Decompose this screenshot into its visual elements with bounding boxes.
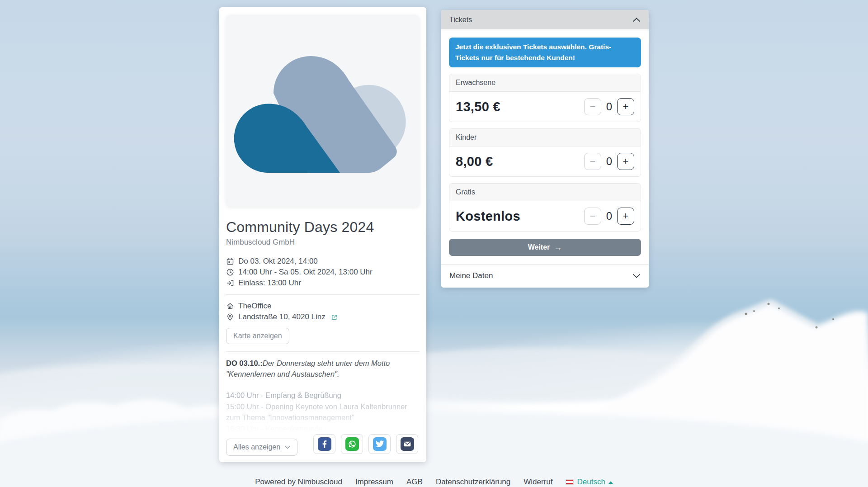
ticket-group-erwachsene: Erwachsene 13,50 € − 0 + [449, 74, 641, 122]
ticket-count: 0 [606, 155, 613, 168]
quantity-stepper: − 0 + [584, 153, 634, 170]
twitter-icon [373, 437, 387, 451]
ticket-count: 0 [606, 100, 613, 113]
arrow-right-icon: → [554, 243, 562, 252]
venue-name: TheOffice [238, 301, 271, 312]
ticket-group-kinder: Kinder 8,00 € − 0 + [449, 128, 641, 177]
footer: Powered by Nimbuscloud Impressum AGB Dat… [0, 478, 868, 487]
austria-flag-icon [566, 479, 574, 485]
venue-address-row: Landstraße 10, 4020 Linz [226, 312, 420, 322]
increase-button[interactable]: + [617, 153, 634, 170]
language-label: Deutsch [577, 478, 605, 487]
tickets-section-header[interactable]: Tickets [441, 10, 649, 29]
ticket-group-gratis: Gratis Kostenlos − 0 + [449, 183, 641, 232]
language-selector[interactable]: Deutsch [566, 478, 613, 487]
event-image [226, 15, 420, 207]
continue-button[interactable]: Weiter → [449, 239, 641, 256]
footer-link-agb[interactable]: AGB [406, 478, 423, 487]
event-admission: Einlass: 13:00 Uhr [238, 278, 301, 288]
share-email-button[interactable] [396, 434, 418, 454]
share-buttons [313, 434, 418, 454]
increase-button[interactable]: + [617, 208, 634, 225]
ticket-price: Kostenlos [456, 209, 520, 224]
event-admission-row: Einlass: 13:00 Uhr [226, 278, 420, 288]
event-card: Community Days 2024 Nimbuscloud GmbH Do … [219, 7, 426, 462]
show-all-label: Alles anzeigen [233, 443, 280, 451]
page-title: Community Days 2024 [226, 219, 420, 236]
ticket-category-label: Erwachsene [449, 74, 641, 92]
increase-button[interactable]: + [617, 98, 634, 115]
share-whatsapp-button[interactable] [341, 434, 363, 454]
schedule-line: 16:30 Uhr - Kennenlernrunde [226, 423, 420, 435]
chevron-down-icon [285, 445, 290, 449]
ticket-category-label: Gratis [449, 184, 641, 201]
event-date-row: Do 03. Okt 2024, 14:00 [226, 256, 420, 267]
event-time-range: 14:00 Uhr - Sa 05. Okt 2024, 13:00 Uhr [238, 267, 373, 278]
footer-link-datenschutz[interactable]: Datenschutzerklärung [436, 478, 510, 487]
continue-label: Weiter [528, 243, 550, 251]
event-details: Do 03. Okt 2024, 14:00 14:00 Uhr - Sa 05… [226, 256, 420, 288]
background-photo [0, 0, 868, 487]
divider [226, 351, 420, 352]
caret-up-icon [609, 481, 613, 484]
share-twitter-button[interactable] [368, 434, 391, 454]
footer-link-impressum[interactable]: Impressum [355, 478, 393, 487]
event-organizer: Nimbuscloud GmbH [226, 238, 420, 247]
event-schedule: 14:00 Uhr - Empfang & Begrüßung 15:00 Uh… [226, 390, 420, 434]
clock-icon [226, 268, 234, 276]
description-heading: DO 03.10.: [226, 359, 263, 367]
quantity-stepper: − 0 + [584, 98, 634, 115]
ticket-price: 13,50 € [456, 99, 500, 114]
nimbuscloud-logo-icon [232, 43, 413, 179]
ticket-category-label: Kinder [449, 129, 641, 147]
event-time-row: 14:00 Uhr - Sa 05. Okt 2024, 13:00 Uhr [226, 267, 420, 278]
divider [226, 294, 420, 295]
show-map-button[interactable]: Karte anzeigen [226, 328, 289, 344]
my-data-section-header[interactable]: Meine Daten [441, 265, 649, 288]
event-description: DO 03.10.:Der Donnerstag steht unter dem… [226, 358, 420, 379]
my-data-label: Meine Daten [449, 271, 493, 280]
calendar-icon [226, 257, 234, 265]
entry-icon [226, 279, 234, 287]
tickets-panel: Tickets Jetzt die exklusiven Tickets aus… [441, 10, 649, 288]
venue-address: Landstraße 10, 4020 Linz [238, 312, 326, 322]
event-date: Do 03. Okt 2024, 14:00 [238, 256, 318, 267]
venue-name-row: TheOffice [226, 301, 420, 312]
show-all-button[interactable]: Alles anzeigen [226, 439, 297, 456]
schedule-line: 14:00 Uhr - Empfang & Begrüßung [226, 390, 420, 401]
schedule-line: 15:00 Uhr - Opening Keynote von Laura Ka… [226, 401, 420, 423]
page: Community Days 2024 Nimbuscloud GmbH Do … [0, 0, 868, 487]
decrease-button[interactable]: − [584, 208, 601, 225]
powered-by-label: Powered by Nimbuscloud [255, 478, 342, 487]
share-facebook-button[interactable] [313, 434, 335, 454]
decrease-button[interactable]: − [584, 98, 601, 115]
ticket-count: 0 [606, 210, 613, 222]
email-icon [401, 437, 414, 451]
info-banner: Jetzt die exklusiven Tickets auswählen. … [449, 38, 641, 67]
chevron-down-icon [632, 274, 641, 278]
decrease-button[interactable]: − [584, 153, 601, 170]
tickets-header-label: Tickets [449, 16, 472, 24]
external-link-icon[interactable] [330, 313, 338, 321]
footer-link-widerruf[interactable]: Widerruf [524, 478, 552, 487]
whatsapp-icon [345, 437, 359, 451]
tickets-body: Jetzt die exklusiven Tickets auswählen. … [441, 29, 649, 264]
home-icon [226, 302, 234, 310]
facebook-icon [318, 437, 331, 451]
map-pin-icon [226, 313, 234, 321]
ticket-price: 8,00 € [456, 154, 493, 169]
chevron-up-icon [632, 18, 641, 22]
quantity-stepper: − 0 + [584, 208, 634, 225]
